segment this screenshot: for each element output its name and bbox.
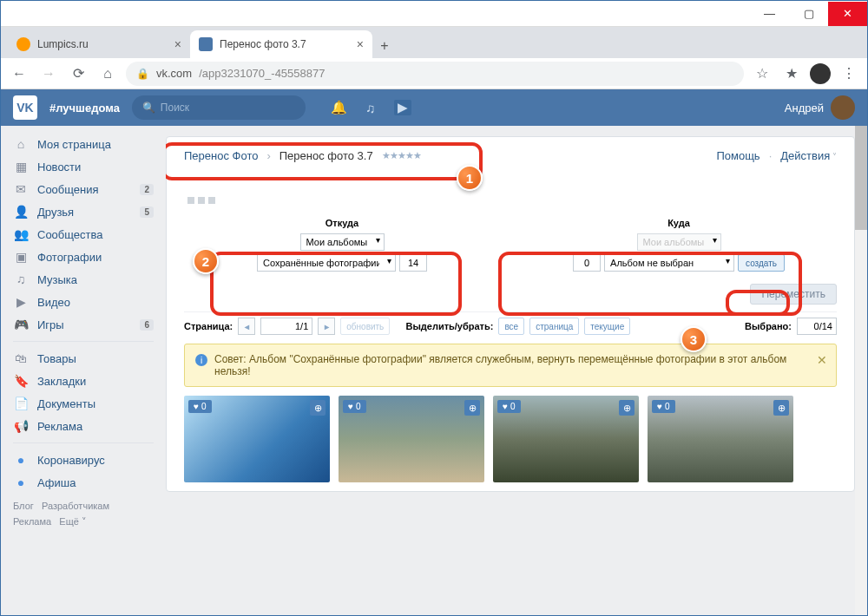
- photo-thumb[interactable]: ♥ 0⊕: [339, 396, 484, 482]
- window-titlebar: — ▢ ✕: [1, 1, 867, 27]
- toolbar: Страница: ◂ ▸ обновить Выделить/убрать: …: [184, 311, 837, 344]
- sidebar-item-label: Коронавирус: [37, 454, 105, 467]
- like-badge[interactable]: ♥ 0: [343, 400, 366, 413]
- extension-button[interactable]: ★: [780, 62, 803, 85]
- like-badge[interactable]: ♥ 0: [652, 400, 675, 413]
- sidebar-item-groups[interactable]: 👥Сообщества: [1, 223, 166, 246]
- window-close[interactable]: ✕: [828, 2, 867, 26]
- sidebar-item-news[interactable]: ▦Новости: [1, 155, 166, 178]
- sidebar-item-label: Друзья: [37, 206, 74, 219]
- bell-icon[interactable]: 🔔: [332, 100, 347, 115]
- sidebar-item-video[interactable]: ▶Видео: [1, 291, 166, 313]
- footer-link[interactable]: Реклама: [13, 516, 51, 527]
- crumb-root[interactable]: Перенос Фото: [184, 149, 258, 162]
- refresh-button[interactable]: обновить: [340, 318, 390, 335]
- bookmark-button[interactable]: ☆: [751, 62, 773, 85]
- like-badge[interactable]: ♥ 0: [188, 400, 212, 413]
- sidebar-item-market[interactable]: 🛍Товары: [1, 347, 166, 370]
- back-button[interactable]: ←: [8, 62, 30, 85]
- sidebar-item-bookmarks[interactable]: 🔖Закладки: [1, 370, 166, 392]
- music-icon[interactable]: ♫: [363, 100, 378, 115]
- video-icon: ▶: [13, 295, 29, 309]
- bookmark-icon: 🔖: [13, 374, 29, 388]
- chosen-label: Выбрано:: [745, 321, 792, 331]
- photo-thumb[interactable]: ♥ 0⊕: [493, 396, 639, 482]
- menu-button[interactable]: ⋮: [838, 62, 860, 85]
- sidebar-item-ads[interactable]: 📢Реклама: [1, 415, 166, 437]
- close-icon[interactable]: ×: [357, 37, 364, 51]
- sidebar-item-label: Музыка: [37, 273, 77, 286]
- help-link[interactable]: Помощь: [716, 149, 760, 162]
- url-input[interactable]: 🔒 vk.com/app3231070_-45558877: [126, 62, 744, 86]
- profile-avatar[interactable]: [810, 63, 831, 84]
- sidebar-item-photos[interactable]: ▣Фотографии: [1, 246, 166, 268]
- sidebar-item-label: Игры: [37, 318, 64, 331]
- sidebar-item-label: Фотографии: [37, 251, 102, 264]
- favicon-icon: [199, 37, 213, 51]
- sidebar-item-music[interactable]: ♫Музыка: [1, 268, 166, 291]
- sidebar-item-friends[interactable]: 👤Друзья5: [1, 200, 166, 223]
- sidebar-item-label: Закладки: [37, 375, 86, 388]
- home-icon: ⌂: [13, 137, 29, 151]
- sidebar-item-label: Документы: [37, 397, 95, 410]
- sidebar-item-games[interactable]: 🎮Игры6: [1, 313, 166, 336]
- window-minimize[interactable]: —: [750, 2, 789, 26]
- badge: 2: [140, 184, 154, 195]
- page-input[interactable]: [260, 318, 312, 335]
- reload-button[interactable]: ⟳: [67, 62, 89, 85]
- zoom-icon[interactable]: ⊕: [310, 400, 326, 416]
- close-icon[interactable]: ×: [174, 37, 181, 51]
- like-badge[interactable]: ♥ 0: [497, 400, 521, 413]
- tip-text: Совет: Альбом "Сохранённые фотографии" я…: [214, 353, 786, 377]
- to-album-select[interactable]: Альбом не выбран: [604, 254, 734, 272]
- tab-lumpics[interactable]: Lumpics.ru ×: [8, 30, 190, 58]
- select-current-button[interactable]: текущие: [584, 318, 630, 335]
- page-next-button[interactable]: ▸: [318, 318, 335, 335]
- create-button[interactable]: создать: [738, 254, 785, 272]
- sidebar-item-label: Моя страница: [37, 138, 111, 151]
- friends-icon: 👤: [13, 205, 29, 219]
- scrollbar-thumb[interactable]: [855, 126, 867, 230]
- actions-dropdown[interactable]: Действия: [780, 149, 837, 162]
- sidebar-footer: Блог Разработчикам Реклама Ещё ˅: [1, 494, 166, 534]
- sidebar-item-afisha[interactable]: ●Афиша: [1, 471, 166, 494]
- zoom-icon[interactable]: ⊕: [773, 400, 789, 416]
- vk-hashtag[interactable]: #лучшедома: [49, 102, 120, 115]
- sidebar-item-messages[interactable]: ✉Сообщения2: [1, 178, 166, 200]
- photo-icon: ▣: [13, 250, 29, 264]
- zoom-icon[interactable]: ⊕: [619, 400, 635, 416]
- home-button[interactable]: ⌂: [96, 62, 119, 85]
- forward-button[interactable]: →: [37, 62, 60, 85]
- address-bar: ← → ⟳ ⌂ 🔒 vk.com/app3231070_-45558877 ☆ …: [1, 58, 867, 89]
- footer-link[interactable]: Блог: [13, 501, 34, 511]
- zoom-icon[interactable]: ⊕: [464, 400, 480, 416]
- from-source-select[interactable]: Мои альбомы: [300, 233, 385, 251]
- from-album-select[interactable]: Сохранённые фотографии: [257, 254, 396, 272]
- window-maximize[interactable]: ▢: [789, 2, 828, 26]
- move-button[interactable]: Переместить: [750, 284, 837, 305]
- page-prev-button[interactable]: ◂: [238, 318, 255, 335]
- footer-link[interactable]: Ещё ˅: [59, 516, 87, 527]
- footer-link[interactable]: Разработчикам: [42, 501, 109, 511]
- sidebar-item-docs[interactable]: 📄Документы: [1, 392, 166, 415]
- select-all-button[interactable]: все: [498, 318, 524, 335]
- tab-label: Перенос фото 3.7: [220, 38, 306, 50]
- close-icon[interactable]: ✕: [817, 353, 827, 367]
- search-placeholder: Поиск: [161, 102, 189, 114]
- select-page-button[interactable]: страница: [529, 318, 579, 335]
- photo-thumb[interactable]: ♥ 0⊕: [184, 396, 330, 482]
- search-input[interactable]: 🔍 Поиск: [132, 95, 306, 120]
- sidebar-item-mypage[interactable]: ⌂Моя страница: [1, 133, 166, 155]
- play-icon[interactable]: ▶: [394, 100, 411, 115]
- sidebar-item-corona[interactable]: ●Коронавирус: [1, 449, 166, 471]
- from-title: Откуда: [184, 218, 500, 228]
- rating-stars[interactable]: ★★★★★: [382, 150, 421, 161]
- new-tab-button[interactable]: +: [372, 34, 397, 58]
- thumbnails: ♥ 0⊕ ♥ 0⊕ ♥ 0⊕ ♥ 0⊕: [184, 396, 837, 482]
- vk-logo[interactable]: VK: [13, 95, 37, 120]
- news-icon: ▦: [13, 160, 29, 174]
- url-path: /app3231070_-45558877: [199, 67, 325, 80]
- tab-app[interactable]: Перенос фото 3.7 ×: [190, 30, 372, 58]
- photo-thumb[interactable]: ♥ 0⊕: [648, 396, 793, 482]
- user-menu[interactable]: Андрей: [785, 95, 855, 120]
